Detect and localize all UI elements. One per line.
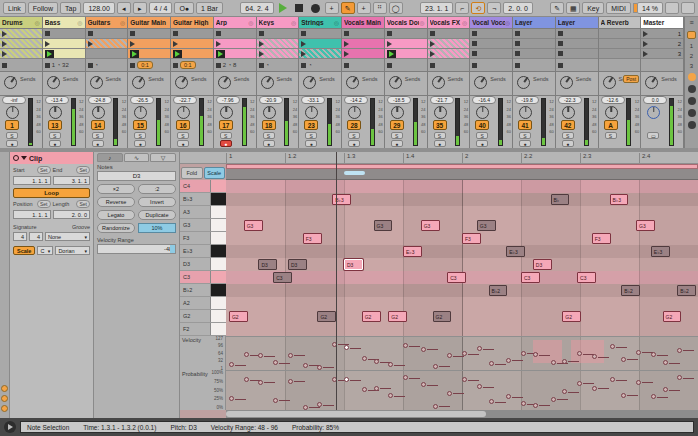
track-activator-button[interactable]: 41 xyxy=(518,120,532,130)
lane-marker[interactable] xyxy=(273,398,278,403)
volume-value[interactable]: -12.6 xyxy=(601,96,625,104)
track-activator-button[interactable]: 13 xyxy=(48,120,62,130)
clip-slot[interactable] xyxy=(342,49,384,59)
send-a-knob[interactable] xyxy=(517,76,530,89)
loop-length-field[interactable]: 2. 0. 0 xyxy=(53,210,91,219)
send-a-knob[interactable] xyxy=(47,76,60,89)
reverse-button[interactable]: Reverse xyxy=(97,197,135,207)
track-stop-icon[interactable] xyxy=(301,63,306,68)
clip-slot[interactable] xyxy=(428,29,470,39)
beat-time-ruler[interactable]: 11.21.31.422.22.32.4 xyxy=(226,152,698,164)
track-stop-icon[interactable] xyxy=(2,63,7,68)
pan-knob[interactable] xyxy=(92,106,105,119)
link-button[interactable]: Link xyxy=(3,2,26,14)
clip-slot[interactable] xyxy=(385,29,427,39)
midi-note[interactable]: F3 xyxy=(592,233,611,244)
volume-value[interactable]: -22.7 xyxy=(173,96,197,104)
lane-marker[interactable] xyxy=(592,386,597,391)
clip-slot[interactable] xyxy=(599,39,641,49)
solo-button[interactable]: S xyxy=(49,132,61,139)
solo-button[interactable]: S xyxy=(562,132,574,139)
arrangement-position-field[interactable]: 64. 2. 4 xyxy=(240,2,273,14)
volume-value[interactable]: -33.1 xyxy=(301,96,325,104)
track-header[interactable]: Drums◎ xyxy=(0,17,42,29)
lane-marker[interactable] xyxy=(344,345,349,350)
midi-note[interactable]: F3 xyxy=(303,233,322,244)
lane-marker[interactable] xyxy=(421,382,426,387)
volume-value[interactable]: -26.5 xyxy=(130,96,154,104)
probability-plot[interactable] xyxy=(226,370,698,410)
clip-slot[interactable] xyxy=(214,29,256,39)
clip-end-field[interactable]: 3. 1. 1 xyxy=(53,176,91,185)
returns-toggle-icon[interactable] xyxy=(688,97,696,105)
midi-note[interactable]: G2 xyxy=(663,311,682,322)
clip-slot[interactable] xyxy=(128,39,170,49)
loop-length-field[interactable]: 2. 0. 0 xyxy=(503,2,532,14)
duplicate-button[interactable]: Duplicate xyxy=(138,210,176,220)
send-a-knob[interactable] xyxy=(645,76,658,89)
send-a-knob[interactable] xyxy=(90,76,103,89)
volume-value[interactable]: -16.4 xyxy=(472,96,496,104)
piano-key-row[interactable]: G2 xyxy=(180,310,226,323)
solo-button[interactable]: S xyxy=(220,132,232,139)
stop-all-clips-icon[interactable] xyxy=(687,31,696,39)
track-stop-icon[interactable] xyxy=(472,63,477,68)
piano-key-row[interactable]: G3 xyxy=(180,219,226,232)
piano-key-row[interactable]: C3 xyxy=(180,271,226,284)
play-button[interactable] xyxy=(279,3,287,13)
midi-note[interactable]: G2 xyxy=(388,311,407,322)
track-header[interactable]: Bass◎ xyxy=(43,17,85,29)
envelopes-tab-icon[interactable]: ∿ xyxy=(124,153,150,162)
track-activator-button[interactable]: 14 xyxy=(91,120,105,130)
clip-slot[interactable] xyxy=(257,39,299,49)
clip-start-field[interactable]: 1. 1. 1 xyxy=(13,176,51,185)
volume-value[interactable]: -7.96 xyxy=(216,96,240,104)
clip-slot[interactable] xyxy=(385,39,427,49)
fold-button[interactable]: Fold xyxy=(181,167,203,179)
volume-value[interactable]: -20.9 xyxy=(259,96,283,104)
clip-slot[interactable] xyxy=(599,49,641,59)
lane-marker[interactable] xyxy=(258,353,263,358)
scrollbar-thumb[interactable] xyxy=(226,411,486,417)
track-header[interactable]: Vocals Main xyxy=(342,17,384,29)
send-a-knob[interactable] xyxy=(175,76,188,89)
volume-value[interactable]: -19.8 xyxy=(515,96,539,104)
key-map-button[interactable]: Key xyxy=(582,2,604,14)
lane-marker[interactable] xyxy=(374,359,379,364)
midi-note[interactable]: E♭3 xyxy=(651,246,670,257)
solo-button[interactable]: S xyxy=(519,132,531,139)
clip-slot[interactable] xyxy=(556,29,598,39)
randomize-button[interactable]: Randomize xyxy=(97,223,135,233)
track-header[interactable]: Layer xyxy=(513,17,555,29)
lane-marker[interactable] xyxy=(362,356,367,361)
crossfade-toggle-icon[interactable] xyxy=(688,121,696,129)
piano-key-row[interactable]: D3 xyxy=(180,258,226,271)
note-grid[interactable]: B♭3B♭B♭3G3G3G3G3G3F3F3F3E♭3E♭3E♭3D3D3D3D… xyxy=(226,180,698,336)
sends-toggle-icon[interactable] xyxy=(688,85,696,93)
pan-knob[interactable] xyxy=(49,106,62,119)
arm-button[interactable]: ● xyxy=(391,140,403,147)
volume-value[interactable]: -13.4 xyxy=(45,96,69,104)
lane-marker[interactable] xyxy=(303,405,308,410)
clip-slot[interactable] xyxy=(599,29,641,39)
track-activator-button[interactable]: 15 xyxy=(133,120,147,130)
velocity-plot[interactable] xyxy=(226,336,698,370)
clip-slot[interactable] xyxy=(342,29,384,39)
track-activator-button[interactable]: 17 xyxy=(219,120,233,130)
legato-button[interactable]: Legato xyxy=(97,210,135,220)
scale-highlight-button[interactable]: Scale xyxy=(204,167,226,179)
time-signature-field[interactable]: 4 / 4 xyxy=(149,2,173,14)
send-a-knob[interactable] xyxy=(474,76,487,89)
solo-button[interactable]: S xyxy=(476,132,488,139)
scale-root-selector[interactable]: C xyxy=(37,246,53,255)
midi-note[interactable]: C3 xyxy=(521,272,540,283)
lane-marker[interactable] xyxy=(273,360,278,365)
clip-slot[interactable] xyxy=(86,39,128,49)
track-activator-button[interactable]: 35 xyxy=(433,120,447,130)
send-a-knob[interactable] xyxy=(603,76,616,89)
lane-marker[interactable] xyxy=(577,381,582,386)
track-header[interactable]: Arp◎ xyxy=(214,17,256,29)
signature-denominator-field[interactable]: 4 xyxy=(29,232,43,241)
lane-marker[interactable] xyxy=(551,397,556,402)
piano-key-row[interactable]: C4 xyxy=(180,180,226,193)
